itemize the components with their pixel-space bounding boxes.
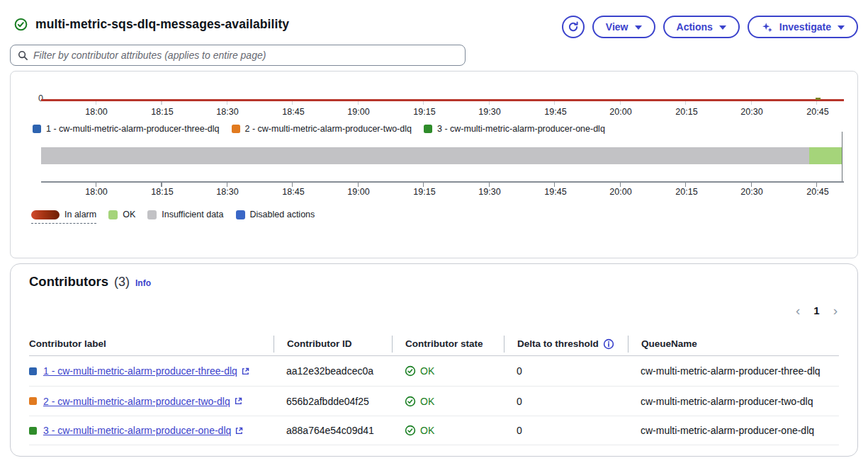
axis-tick-label: 19:00 — [347, 107, 369, 117]
disabled-actions-label: Disabled actions — [250, 210, 315, 219]
delta-to-threshold-cell: 0 — [504, 365, 628, 377]
axis-tick-label: 20:30 — [740, 187, 762, 197]
axis-tick-label: 19:15 — [413, 187, 435, 197]
queuename-cell: cw-multi-metric-alarm-producer-three-dlq — [628, 365, 839, 377]
ok-check-icon — [405, 425, 416, 436]
previous-page-button[interactable]: ‹ — [794, 304, 801, 317]
series-3-swatch — [424, 125, 432, 133]
pagination: ‹ 1 › — [794, 304, 839, 317]
axis-tick-label: 19:30 — [478, 107, 500, 117]
ok-check-icon — [405, 365, 416, 377]
series-2-swatch — [29, 397, 37, 405]
axis-tick-label: 20:45 — [806, 107, 828, 117]
ok-label: OK — [123, 210, 135, 219]
next-page-button[interactable]: › — [832, 304, 839, 317]
filter-input[interactable] — [33, 50, 458, 61]
contributor-state-cell: OK — [392, 365, 504, 377]
insufficient-data-swatch — [147, 210, 157, 219]
series-1-swatch — [29, 367, 37, 375]
contributor-link[interactable]: 1 - cw-multi-metric-alarm-producer-three… — [43, 365, 250, 377]
axis-tick-label: 18:45 — [282, 107, 304, 117]
contributors-table: Contributor label Contributor ID Contrib… — [29, 332, 839, 445]
series-3-label: 3 - cw-multi-metric-alarm-producer-one-d… — [437, 124, 605, 134]
sparkle-icon — [761, 21, 773, 33]
info-link[interactable]: Info — [135, 278, 151, 288]
table-row: 1 - cw-multi-metric-alarm-producer-three… — [29, 356, 839, 386]
axis-tick-label: 20:00 — [609, 187, 631, 197]
metric-axis-ticks — [96, 101, 822, 105]
axis-tick-label: 18:15 — [151, 107, 173, 117]
contributors-header: Contributors (3) Info — [29, 274, 151, 290]
table-row: 2 - cw-multi-metric-alarm-producer-two-d… — [29, 386, 839, 416]
contributors-title: Contributors — [29, 274, 108, 290]
contributor-state-cell: OK — [392, 396, 504, 407]
external-link-icon — [241, 367, 250, 376]
series-2-label: 2 - cw-multi-metric-alarm-producer-two-d… — [245, 124, 412, 134]
table-header-row: Contributor label Contributor ID Contrib… — [29, 332, 839, 356]
column-header-contributor-id: Contributor ID — [274, 336, 392, 353]
contributor-state-cell: OK — [392, 425, 504, 436]
axis-tick-label: 19:45 — [544, 107, 566, 117]
filter-input-container — [10, 45, 466, 66]
external-link-icon — [234, 396, 243, 406]
external-link-icon — [235, 426, 244, 435]
in-alarm-swatch — [31, 210, 60, 219]
investigate-button[interactable]: Investigate — [748, 16, 858, 38]
state-timeline-insufficient-segment — [41, 147, 809, 164]
view-button[interactable]: View — [592, 16, 655, 38]
axis-tick-label: 20:45 — [806, 187, 828, 197]
contributor-label-cell: 1 - cw-multi-metric-alarm-producer-three… — [29, 365, 274, 377]
axis-tick-label: 20:15 — [675, 187, 697, 197]
axis-tick-label: 19:45 — [544, 187, 566, 197]
page-header: multi-metric-sqs-dlq-messages-availabili… — [14, 17, 289, 32]
series-2-swatch — [232, 125, 240, 133]
actions-button[interactable]: Actions — [663, 16, 740, 38]
chevron-down-icon — [719, 25, 726, 30]
alarm-state-legend: In alarm OK Insufficient data Disabled a… — [31, 210, 315, 224]
insufficient-data-label: Insufficient data — [162, 210, 223, 219]
actions-button-label: Actions — [677, 21, 713, 33]
axis-tick-label: 20:00 — [609, 107, 631, 117]
axis-tick-label: 19:00 — [347, 187, 369, 197]
legend-item-series-2[interactable]: 2 - cw-multi-metric-alarm-producer-two-d… — [232, 124, 412, 134]
metric-datapoint-marker — [816, 98, 821, 100]
axis-tick-label: 19:30 — [478, 187, 500, 197]
contributors-card: Contributors (3) Info ‹ 1 › Contributor … — [10, 263, 858, 457]
chevron-down-icon — [635, 25, 642, 30]
header-actions: View Actions Investigate — [562, 16, 858, 38]
ok-swatch — [108, 210, 118, 219]
in-alarm-label: In alarm — [64, 210, 96, 219]
delta-to-threshold-cell: 0 — [504, 396, 628, 407]
chevron-down-icon — [838, 25, 845, 30]
refresh-button[interactable] — [562, 16, 585, 38]
ok-check-icon — [405, 396, 416, 407]
column-header-contributor-state: Contributor state — [392, 336, 504, 353]
legend-in-alarm[interactable]: In alarm — [31, 210, 96, 224]
axis-tick-label: 18:00 — [85, 107, 107, 117]
axis-tick-label: 18:15 — [151, 187, 173, 197]
axis-tick-label: 18:45 — [282, 187, 304, 197]
axis-tick-label: 20:30 — [740, 107, 762, 117]
axis-tick-label: 18:00 — [85, 187, 107, 197]
contributor-id-cell: 656b2afbdde04f25 — [274, 396, 392, 407]
disabled-actions-swatch — [236, 210, 245, 219]
contributor-link[interactable]: 2 - cw-multi-metric-alarm-producer-two-d… — [43, 396, 243, 407]
refresh-icon — [568, 21, 579, 33]
legend-item-series-1[interactable]: 1 - cw-multi-metric-alarm-producer-three… — [33, 124, 220, 134]
alarm-chart-card: 0 18:00 18:15 18:30 18:45 19:00 19:15 19… — [10, 71, 858, 258]
queuename-cell: cw-multi-metric-alarm-producer-two-dlq — [628, 396, 839, 407]
queuename-cell: cw-multi-metric-alarm-producer-one-dlq — [628, 425, 839, 436]
info-icon[interactable] — [603, 338, 614, 350]
legend-item-series-3[interactable]: 3 - cw-multi-metric-alarm-producer-one-d… — [424, 124, 605, 134]
delta-to-threshold-cell: 0 — [504, 425, 628, 436]
view-button-label: View — [606, 21, 629, 33]
investigate-button-label: Investigate — [779, 21, 831, 33]
legend-ok: OK — [108, 210, 135, 219]
state-timeline-axis-ticks — [96, 183, 822, 187]
contributor-link[interactable]: 3 - cw-multi-metric-alarm-producer-one-d… — [43, 425, 244, 436]
y-axis-zero-label: 0 — [23, 93, 43, 103]
series-1-label: 1 - cw-multi-metric-alarm-producer-three… — [46, 124, 220, 134]
series-3-swatch — [29, 427, 37, 435]
axis-tick-label: 19:15 — [413, 107, 435, 117]
contributor-id-cell: a88a764e54c09d41 — [274, 425, 392, 436]
